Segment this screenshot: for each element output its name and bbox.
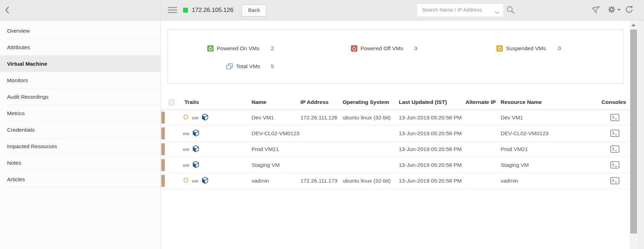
row-severity-bar	[161, 175, 165, 187]
vm-cube-icon	[192, 161, 200, 170]
stat-total-vms: Total VMs 5	[226, 62, 260, 71]
scrollbar-thumb[interactable]	[630, 30, 637, 234]
column-header-os: Operating System	[343, 95, 389, 110]
sidebar-item-virtual-machine[interactable]: Virtual Machine	[0, 55, 160, 72]
vm-trait-label: vm	[183, 163, 189, 168]
column-header-name: Name	[252, 95, 266, 110]
column-header-ip-address: IP Address	[300, 95, 328, 110]
page-right-margin	[638, 20, 644, 249]
vm-trait-label: vm	[183, 131, 189, 136]
sidebar-item-credentials[interactable]: Credentials	[0, 122, 160, 138]
stat-value: 5	[271, 63, 274, 70]
select-all-checkbox[interactable]	[169, 99, 175, 105]
chevron-down-icon	[495, 9, 499, 15]
sidebar-item-notes[interactable]: Notes	[0, 155, 160, 171]
power-on-icon	[207, 45, 214, 52]
vm-last-updated: 13-Jun-2019 05:20:58 PM	[399, 173, 462, 189]
table-row: vm vadmin 172.26.111.173 ubuntu linux (3…	[160, 173, 630, 189]
table-header-row: Traits Name IP Address Operating System …	[160, 95, 630, 110]
refresh-icon[interactable]	[625, 5, 634, 15]
column-header-traits: Traits	[184, 95, 199, 110]
vm-os: ubuntu linux (32-bit)	[343, 110, 391, 125]
traits-cell: vm	[183, 157, 200, 173]
filter-icon[interactable]	[591, 6, 601, 16]
vm-os: ubuntu linux (32-bit)	[343, 173, 391, 189]
column-header-resource-name: Resource Name	[501, 95, 542, 110]
search-category-select[interactable]: Search Name / IP Address	[417, 4, 503, 17]
table-row: vm Dev VM1 172.26.111.126 ubuntu linux (…	[160, 110, 630, 126]
vm-resource-link[interactable]: DEV-CL02-VM0123	[501, 126, 548, 141]
topbar-divider	[160, 0, 161, 20]
vm-last-updated: 13-Jun-2019 05:20:58 PM	[399, 142, 462, 157]
row-severity-bar	[161, 127, 165, 139]
vm-cube-icon	[201, 177, 209, 185]
vm-ip-link[interactable]: 172.26.111.126	[300, 110, 337, 125]
menu-icon[interactable]	[168, 7, 177, 13]
vm-name-link[interactable]: Dev VM1	[252, 110, 274, 125]
vm-name-link[interactable]: DEV-CL02-VM0123	[252, 126, 299, 141]
back-chevron-icon[interactable]	[5, 6, 9, 15]
gear-dropdown-caret-icon[interactable]	[617, 9, 621, 11]
vm-name-link[interactable]: Staging VM	[252, 157, 280, 173]
vm-resource-link[interactable]: Dev VM1	[501, 110, 523, 125]
stat-label: Powered On VMs	[217, 45, 259, 52]
ubuntu-icon	[183, 114, 189, 122]
vm-last-updated: 13-Jun-2019 05:20:58 PM	[399, 110, 462, 125]
sidebar-item-attributes[interactable]: Attributes	[0, 39, 160, 55]
traits-cell: vm	[183, 142, 200, 157]
vm-resource-link[interactable]: vadmin	[501, 173, 518, 189]
row-severity-bar	[161, 159, 165, 171]
search-icon[interactable]	[506, 6, 515, 16]
vm-name-link[interactable]: vadmin	[252, 173, 269, 189]
top-bar: 172.26.105.126 Back Search Name / IP Add…	[0, 0, 644, 20]
column-header-alternate-ip: Alternate IP	[466, 95, 496, 110]
back-button[interactable]: Back	[242, 5, 266, 17]
vm-cube-icon	[201, 113, 209, 122]
console-icon[interactable]	[610, 145, 619, 153]
scrollbar-up-arrow-icon[interactable]	[631, 24, 636, 26]
sidebar-item-audit-recordings[interactable]: Audit Recordings	[0, 89, 160, 105]
sidebar-item-impacted-resources[interactable]: Impacted Resources	[0, 138, 160, 155]
search-placeholder: Search Name / IP Address	[422, 7, 482, 13]
vm-cube-icon	[192, 145, 200, 154]
traits-cell: vm	[183, 173, 209, 189]
sidebar-item-metrics[interactable]: Metrics	[0, 105, 160, 122]
table-row: vm DEV-CL02-VM0123 13-Jun-2019 05:20:58 …	[160, 126, 630, 142]
vm-trait-label: vm	[192, 178, 199, 184]
stat-powered-off-vms: Powered Off VMs 3	[351, 44, 403, 53]
stat-value: 3	[414, 45, 417, 52]
stat-powered-on-vms: Powered On VMs 2	[207, 44, 259, 53]
traits-cell: vm	[183, 110, 209, 125]
console-icon[interactable]	[610, 161, 619, 169]
ubuntu-icon	[183, 177, 189, 185]
vm-summary-panel: Powered On VMs 2 Powered Off VMs 3 Suspe…	[168, 30, 624, 84]
page-title: 172.26.105.126	[192, 7, 233, 14]
sidebar-item-articles[interactable]: Articles	[0, 171, 160, 188]
vm-resource-link[interactable]: Prod VM21	[501, 142, 528, 157]
vm-cube-icon	[192, 129, 200, 138]
sidebar-item-overview[interactable]: Overview	[0, 22, 160, 39]
vm-name-link[interactable]: Prod VM21	[252, 142, 279, 157]
power-off-icon	[351, 45, 357, 52]
gear-icon[interactable]	[607, 5, 616, 15]
vm-ip-link[interactable]: 172.26.111.173	[300, 173, 337, 189]
suspended-icon	[496, 45, 503, 52]
vm-resource-link[interactable]: Staging VM	[501, 157, 529, 173]
column-header-last-updated: Last Updated (IST)	[399, 95, 447, 110]
vm-table: Traits Name IP Address Operating System …	[160, 95, 630, 189]
stat-label: Suspended VMs	[506, 45, 546, 52]
status-up-indicator	[183, 8, 188, 13]
stat-value: 0	[558, 45, 561, 52]
column-header-consoles: Consoles	[601, 95, 626, 110]
vm-last-updated: 13-Jun-2019 05:20:58 PM	[399, 126, 462, 141]
sidebar: Overview Attributes Virtual Machine Moni…	[0, 20, 161, 249]
console-icon[interactable]	[610, 114, 619, 121]
console-icon[interactable]	[610, 130, 619, 137]
vm-last-updated: 13-Jun-2019 05:20:58 PM	[399, 157, 462, 173]
console-icon[interactable]	[610, 177, 619, 184]
row-severity-bar	[161, 112, 165, 124]
traits-cell: vm	[183, 126, 200, 141]
stat-value: 2	[271, 45, 274, 52]
total-vms-icon	[226, 63, 233, 70]
sidebar-item-monitors[interactable]: Monitors	[0, 72, 160, 89]
